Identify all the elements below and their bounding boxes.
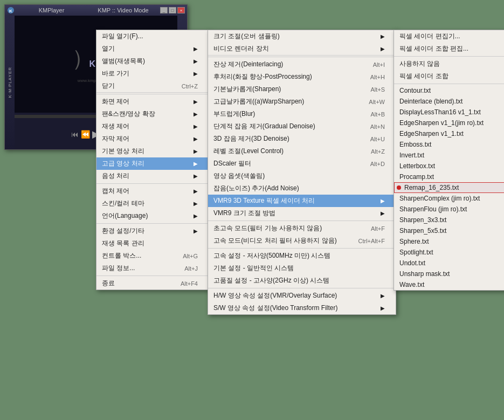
submenu1-level-control[interactable]: 레벨 조절(Level Control) Alt+Z xyxy=(208,145,396,157)
submenu2-wave[interactable]: Wave.txt xyxy=(394,279,504,290)
sub2-sep1 xyxy=(394,56,504,57)
submenu2-procamp[interactable]: Procamp.txt xyxy=(394,171,504,182)
close-button[interactable]: × xyxy=(177,7,185,13)
sub1-sep1 xyxy=(208,57,396,57)
menu-basic-video[interactable]: 기본 영상 처리 ▶ xyxy=(96,145,209,157)
sub2-sep2 xyxy=(394,84,504,84)
menu-audio-control[interactable]: 음성 처리 ▶ xyxy=(96,170,209,182)
submenu2-sharpen-5x5[interactable]: Sharpen_5x5.txt xyxy=(394,225,504,236)
submenu-arrow: ▶ xyxy=(194,123,198,129)
window-controls[interactable]: _ □ × xyxy=(160,7,185,13)
advanced-video-submenu: 크기 조절(오버 샘플링) ▶ 비디오 렌더러 장치 ▶ 잔상 제거(Deint… xyxy=(208,30,396,315)
submenu2-deinterlace-blend[interactable]: Deinterlace (blend).txt xyxy=(394,96,504,107)
submenu2-unsharp-mask[interactable]: Unsharp mask.txt xyxy=(394,268,504,279)
submenu1-video-renderer[interactable]: 비디오 렌더러 장치 ▶ xyxy=(208,43,396,56)
submenu1-dscaler[interactable]: DScaler 필터 Alt+D xyxy=(208,157,396,170)
submenu2-undot[interactable]: Undot.txt xyxy=(394,258,504,268)
menu-exit[interactable]: 종료 Alt+F4 xyxy=(96,277,209,290)
prev-button[interactable]: ⏮ xyxy=(71,130,79,139)
menu-close[interactable]: 닫기 Ctrl+Z xyxy=(96,80,209,93)
submenu-arrow: ▶ xyxy=(381,210,385,216)
sub1-sep2 xyxy=(208,221,396,221)
submenu2-edge-sharpen[interactable]: EdgeSharpen v1_1.txt xyxy=(394,128,504,139)
separator-2 xyxy=(96,183,209,184)
submenu2-not-use[interactable]: 사용하지 않음 xyxy=(394,58,504,70)
submenu1-sharpen[interactable]: 기본날카롭게(Sharpen) Alt+S xyxy=(208,83,396,95)
submenu1-resize[interactable]: 크기 조절(오버 샘플링) ▶ xyxy=(208,30,396,43)
player-label-bar: K·M·PLAYER xyxy=(5,16,15,149)
menu-playback-control[interactable]: 재생 제어 ▶ xyxy=(96,120,209,133)
menu-open[interactable]: 열기 ▶ xyxy=(96,43,209,55)
selected-bullet xyxy=(397,185,401,190)
separator-1 xyxy=(96,94,209,94)
submenu1-high-quality[interactable]: 고품질 설정 - 고사양(2GHz 이상) 시스템 xyxy=(208,274,396,287)
minimize-button[interactable]: _ xyxy=(160,7,168,13)
submenu1-fast-mode[interactable]: 고속 모드(비디오 처리 필터 사용하지 않음) Ctrl+Alt+F xyxy=(208,235,396,247)
menu-control-box[interactable]: 컨트롤 박스... Alt+G xyxy=(96,250,209,262)
submenu2-letterbox[interactable]: Letterbox.txt xyxy=(394,161,504,171)
menu-album[interactable]: 앨범(재생목록) ▶ xyxy=(96,55,209,67)
submenu-arrow: ▶ xyxy=(194,136,198,142)
submenu-arrow: ▶ xyxy=(194,46,198,52)
submenu1-high-speed[interactable]: 초고속 모드(필터 기능 사용하지 않음) Alt+F xyxy=(208,222,396,235)
submenu1-fast-low[interactable]: 고속 설정 - 저사양(500MHz 미만) 시스템 xyxy=(208,250,396,262)
submenu1-add-noise[interactable]: 잡음(노이즈) 추가(Add Noise) xyxy=(208,182,396,195)
submenu2-sharpen-3x3[interactable]: Sharpen_3x3.txt xyxy=(394,215,504,225)
sub1-sep4 xyxy=(208,288,396,288)
submenu-arrow: ▶ xyxy=(381,198,385,204)
submenu1-sw-video[interactable]: S/W 영상 속성 설정(Video Transform Filter) ▶ xyxy=(208,302,396,314)
titlebar-text: KMPlayer xyxy=(17,7,86,13)
submenu1-post-processing[interactable]: 후처리(화질 향상-PostProcessing) Alt+H xyxy=(208,71,396,83)
submenu2-sharpen-complex-jim[interactable]: SharpenComplex (jim ro).txt xyxy=(394,193,504,204)
submenu1-brightness[interactable]: 영상 옵셋(색쏠림) xyxy=(208,170,396,182)
menu-language[interactable]: 언어(Language) ▶ xyxy=(96,210,209,222)
titlebar: K KMPlayer KMP :: Video Mode _ □ × xyxy=(5,5,187,16)
submenu1-gradual-denoise[interactable]: 단계적 잡음 제거(Gradual Denoise) Alt+N xyxy=(208,120,396,133)
menu-playlist[interactable]: 재생 목록 관리 xyxy=(96,237,209,250)
submenu1-vmr9-resize[interactable]: VMR9 크기 조절 방법 ▶ xyxy=(208,207,396,219)
submenu2-contour[interactable]: Contour.txt xyxy=(394,85,504,96)
submenu-arrow: ▶ xyxy=(194,99,198,105)
submenu-arrow: ▶ xyxy=(194,71,198,77)
menu-advanced-video[interactable]: 고급 영상 처리 ▶ xyxy=(96,157,209,170)
separator-4 xyxy=(96,276,209,276)
submenu2-pixel-editor[interactable]: 픽셀 세이더 편집기... xyxy=(394,30,504,43)
maximize-button[interactable]: □ xyxy=(169,7,176,13)
submenu-arrow: ▶ xyxy=(194,148,198,154)
submenu2-sphere[interactable]: Sphere.txt xyxy=(394,236,504,247)
submenu1-vmr9-texture[interactable]: VMR9 3D Texture 픽셀 세이더 처리 ▶ xyxy=(208,195,396,207)
submenu1-3d-denoise[interactable]: 3D 잡음 제거(3D Denoise) Alt+U xyxy=(208,133,396,145)
menu-subtitle-control[interactable]: 자막 제어 ▶ xyxy=(96,133,209,145)
menu-open-file[interactable]: 파일 열기(F)... xyxy=(96,30,209,43)
submenu2-edge-sharpen-jim[interactable]: EdgeSharpen v1_1(jim ro).txt xyxy=(394,118,504,128)
submenu2-pixel-combine-editor[interactable]: 픽셀 세이더 조합 편집... xyxy=(394,43,504,55)
separator-3 xyxy=(96,223,209,224)
svg-text:K: K xyxy=(9,9,12,13)
submenu2-invert[interactable]: Invert.txt xyxy=(394,150,504,161)
submenu1-warp-sharpen[interactable]: 고급날카롭게((a)WarpSharpen) Alt+W xyxy=(208,95,396,108)
submenu2-remap[interactable]: Remap_16_235.txt xyxy=(394,182,504,193)
submenu2-spotlight[interactable]: Spotlight.txt xyxy=(394,247,504,258)
menu-goto[interactable]: 바로 가기 ▶ xyxy=(96,67,209,80)
menu-env-settings[interactable]: 환경 설정/기타 ▶ xyxy=(96,225,209,237)
submenu2-sharpen-flou-jim[interactable]: SharpenFlou (jim ro).txt xyxy=(394,204,504,215)
menu-skin-color[interactable]: 스킨/컬러 테마 ▶ xyxy=(96,197,209,210)
main-context-menu: 파일 열기(F)... 열기 ▶ 앨범(재생목록) ▶ 바로 가기 ▶ 닫기 C… xyxy=(96,30,209,290)
submenu1-blur[interactable]: 부드럽게(Blur) Alt+B xyxy=(208,108,396,120)
submenu2-display-less[interactable]: DisplayLessThan16 v1_1.txt xyxy=(394,107,504,118)
submenu-arrow: ▶ xyxy=(194,111,198,117)
menu-scan-expand[interactable]: 팬&스캔/영상 확장 ▶ xyxy=(96,108,209,120)
submenu-arrow: ▶ xyxy=(194,213,198,219)
submenu1-deinterlacing[interactable]: 잔상 제거(Deinterlacing) Alt+I xyxy=(208,58,396,71)
video-mode-text: KMP :: Video Mode xyxy=(88,7,158,13)
menu-capture-control[interactable]: 캡처 제어 ▶ xyxy=(96,185,209,197)
submenu2-pixel-combine[interactable]: 픽셀 세이더 조합 xyxy=(394,70,504,82)
submenu-arrow: ▶ xyxy=(194,58,198,64)
submenu1-normal-setting[interactable]: 기본 설정 - 일반적인 시스템 xyxy=(208,262,396,274)
submenu-arrow: ▶ xyxy=(194,201,198,206)
menu-screen-control[interactable]: 화면 제어 ▶ xyxy=(96,95,209,108)
submenu1-hw-video[interactable]: H/W 영상 속성 설정(VMR/Overlay Surface) ▶ xyxy=(208,290,396,302)
menu-file-info[interactable]: 파일 정보... Alt+J xyxy=(96,262,209,274)
rewind-button[interactable]: ⏪ xyxy=(81,130,90,139)
submenu2-emboss[interactable]: Emboss.txt xyxy=(394,139,504,150)
